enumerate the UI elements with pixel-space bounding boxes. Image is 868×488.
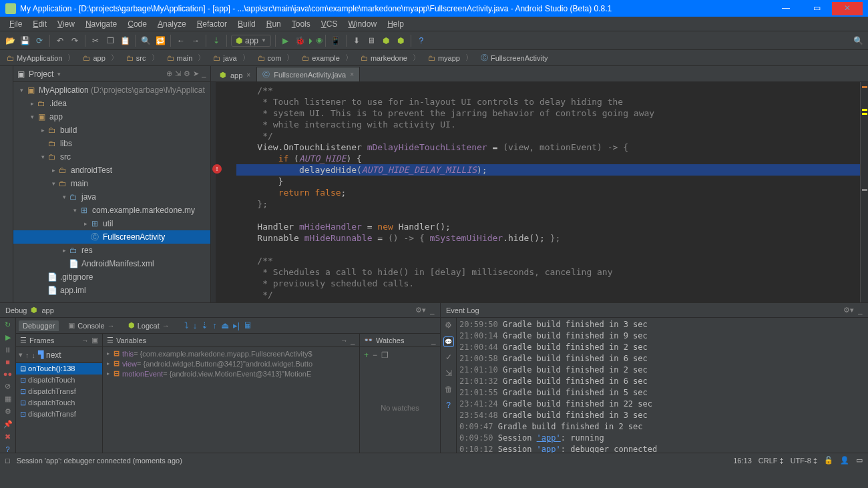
- run-icon[interactable]: ▶: [280, 35, 292, 47]
- run-to-cursor-icon[interactable]: ▸|: [233, 320, 240, 330]
- menu-code[interactable]: Code: [122, 18, 152, 30]
- settings-icon[interactable]: ⬢: [395, 35, 407, 47]
- restore-icon[interactable]: →: [81, 336, 89, 344]
- stop-icon[interactable]: ■: [3, 358, 13, 366]
- menu-view[interactable]: View: [52, 18, 80, 30]
- make-icon[interactable]: ⇣: [210, 35, 222, 47]
- minimize-button[interactable]: —: [771, 2, 801, 15]
- paste-icon[interactable]: 📋: [119, 35, 131, 47]
- hide-icon[interactable]: ⎯: [431, 336, 436, 344]
- back-icon[interactable]: ←: [175, 35, 187, 47]
- menu-window[interactable]: Window: [343, 18, 382, 30]
- drop-frame-icon[interactable]: ⏏: [221, 320, 229, 330]
- breadcrumb-com[interactable]: 🗀com: [254, 53, 298, 63]
- stack-frame[interactable]: ⊡ dispatchTransf: [16, 386, 102, 397]
- run-config-selector[interactable]: ⬢ app ▼: [231, 35, 271, 47]
- sdk-icon[interactable]: ⬇: [351, 35, 363, 47]
- filter-icon[interactable]: ▜: [38, 350, 43, 359]
- combo-icon[interactable]: ▣: [17, 69, 25, 79]
- status-tool-icon[interactable]: □: [5, 457, 10, 465]
- menu-help[interactable]: Help: [382, 18, 409, 30]
- pause-icon[interactable]: ⏸: [3, 346, 13, 354]
- breadcrumb-src[interactable]: 🗀src: [122, 53, 163, 63]
- inspector-icon[interactable]: 👤: [840, 456, 849, 465]
- close-button[interactable]: ✕: [832, 2, 863, 15]
- lock-icon[interactable]: 🔓: [824, 456, 833, 465]
- menu-navigate[interactable]: Navigate: [80, 18, 122, 30]
- rerun-icon[interactable]: ↻: [3, 320, 13, 329]
- breadcrumb-java[interactable]: 🗀java: [209, 53, 253, 63]
- maximize-button[interactable]: ▭: [801, 2, 832, 15]
- gear-icon[interactable]: ⚙▾: [415, 306, 426, 314]
- evaluate-icon[interactable]: 🖩: [244, 320, 252, 330]
- stack-frame[interactable]: ⊡ dispatchTouch: [16, 375, 102, 386]
- breadcrumb-myapp[interactable]: 🗀myapp: [424, 53, 477, 63]
- monitor-icon[interactable]: 🖥: [365, 35, 377, 47]
- search-icon[interactable]: 🔍: [852, 35, 864, 47]
- menu-file[interactable]: File: [4, 18, 27, 30]
- balloon-icon[interactable]: 💬: [443, 336, 454, 347]
- hide-icon[interactable]: ⎯: [430, 306, 435, 314]
- add-watch-icon[interactable]: +: [364, 350, 369, 360]
- attach-icon[interactable]: ⏵⦿: [309, 35, 321, 47]
- stack-frame[interactable]: ⊡ onTouch():138: [16, 363, 102, 375]
- sync-icon[interactable]: ⟳: [33, 35, 45, 47]
- collapse-icon[interactable]: ⇲: [175, 69, 181, 78]
- next-frame-icon[interactable]: ↓: [32, 351, 36, 359]
- copy-watch-icon[interactable]: ❐: [381, 350, 389, 360]
- replace-icon[interactable]: 🔁: [154, 35, 166, 47]
- cut-icon[interactable]: ✂: [89, 35, 101, 47]
- error-gutter-icon[interactable]: !: [212, 164, 222, 174]
- tree-node[interactable]: ▸🗀build: [13, 124, 210, 137]
- step-into-icon[interactable]: ↓: [193, 320, 198, 330]
- breadcrumb-myapplication[interactable]: 🗀MyApplication: [3, 53, 79, 63]
- close-tab-icon[interactable]: ×: [246, 71, 250, 79]
- open-icon[interactable]: 📂: [4, 35, 16, 47]
- breadcrumb-example[interactable]: 🗀example: [298, 53, 357, 63]
- breadcrumb-fullscreenactivity[interactable]: ⒸFullscreenActivity: [477, 53, 558, 63]
- tab-debugger[interactable]: Debugger: [19, 320, 59, 331]
- code-editor[interactable]: /** * Touch listener to use for in-layou…: [216, 82, 860, 302]
- clear-icon[interactable]: 🗑: [443, 385, 454, 395]
- scroll-icon[interactable]: ⇲: [443, 369, 454, 379]
- tree-node[interactable]: 📄AndroidManifest.xml: [13, 257, 210, 270]
- hide-icon[interactable]: ⎯: [858, 306, 863, 314]
- redo-icon[interactable]: ↷: [69, 35, 81, 47]
- gear-icon[interactable]: ⚙: [184, 69, 190, 78]
- menu-tools[interactable]: Tools: [286, 18, 316, 30]
- pin-icon[interactable]: 📌: [3, 420, 13, 429]
- avd-icon[interactable]: 📱: [330, 35, 342, 47]
- step-over-icon[interactable]: ⤵: [184, 320, 189, 330]
- tree-node[interactable]: ▾🗀java: [13, 190, 210, 204]
- tree-node[interactable]: ⒸFullscreenActivity: [13, 230, 210, 244]
- tree-node[interactable]: 📄.gitignore: [13, 270, 210, 284]
- menu-refactor[interactable]: Refactor: [192, 18, 232, 30]
- tree-node[interactable]: ▾🗀main: [13, 177, 210, 190]
- close-icon[interactable]: ✖: [3, 433, 13, 441]
- forward-icon[interactable]: →: [190, 35, 202, 47]
- find-icon[interactable]: 🔍: [140, 35, 152, 47]
- editor-tab[interactable]: ⬢app×: [214, 68, 256, 81]
- tab-logcat[interactable]: ⬢Logcat→: [124, 320, 174, 331]
- copy-icon[interactable]: ❐: [104, 35, 116, 47]
- breadcrumb-app[interactable]: 🗀app: [79, 53, 122, 63]
- tree-node[interactable]: ▸🗀res: [13, 244, 210, 257]
- force-step-icon[interactable]: ⇣: [201, 320, 208, 330]
- menu-vcs[interactable]: VCS: [316, 18, 343, 30]
- menu-analyze[interactable]: Analyze: [152, 18, 192, 30]
- editor-gutter[interactable]: !: [211, 82, 216, 302]
- status-encoding[interactable]: UTF-8 ‡: [791, 457, 817, 465]
- stack-frame[interactable]: ⊡ dispatchTransf: [16, 409, 102, 420]
- ddms-icon[interactable]: ⬢: [380, 35, 392, 47]
- mark-read-icon[interactable]: ✓: [443, 352, 454, 363]
- prev-frame-icon[interactable]: ↑: [25, 351, 29, 359]
- event-link[interactable]: 'app': [537, 445, 561, 453]
- menu-icon[interactable]: ▣: [91, 336, 98, 344]
- close-tab-icon[interactable]: ×: [350, 71, 354, 78]
- menu-build[interactable]: Build: [232, 18, 261, 30]
- thread-selector[interactable]: ▾: [19, 350, 23, 359]
- undo-icon[interactable]: ↶: [54, 35, 66, 47]
- menu-edit[interactable]: Edit: [27, 18, 52, 30]
- tree-node[interactable]: 🗀libs: [13, 137, 210, 150]
- editor-overview-strip[interactable]: [860, 82, 868, 302]
